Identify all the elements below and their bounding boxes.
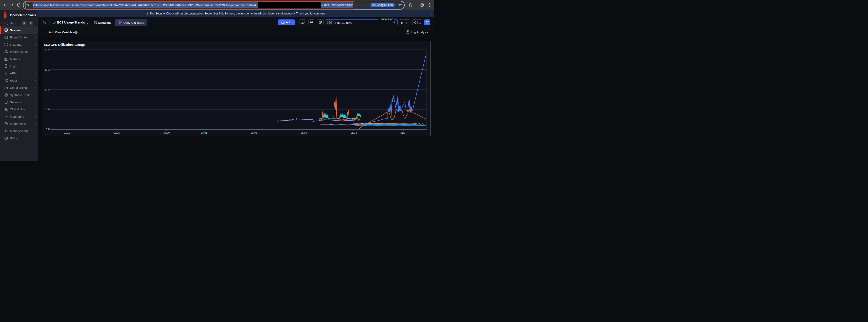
svg-text:08/01: 08/01	[201, 131, 207, 134]
svg-text:08/17: 08/17	[401, 131, 407, 134]
svg-text:20 %: 20 %	[44, 88, 50, 91]
svg-text:07/21: 07/21	[64, 131, 70, 134]
svg-text:10 %: 10 %	[44, 108, 50, 111]
svg-text:30 %: 30 %	[44, 68, 50, 71]
svg-text:07/29: 07/29	[163, 131, 170, 134]
svg-text:08/09: 08/09	[301, 131, 307, 134]
svg-text:08/05: 08/05	[251, 131, 257, 134]
svg-text:40 %: 40 %	[44, 48, 50, 51]
svg-text:0 %: 0 %	[46, 128, 50, 131]
svg-text:08/13: 08/13	[350, 131, 357, 134]
svg-text:07/25: 07/25	[114, 131, 120, 134]
